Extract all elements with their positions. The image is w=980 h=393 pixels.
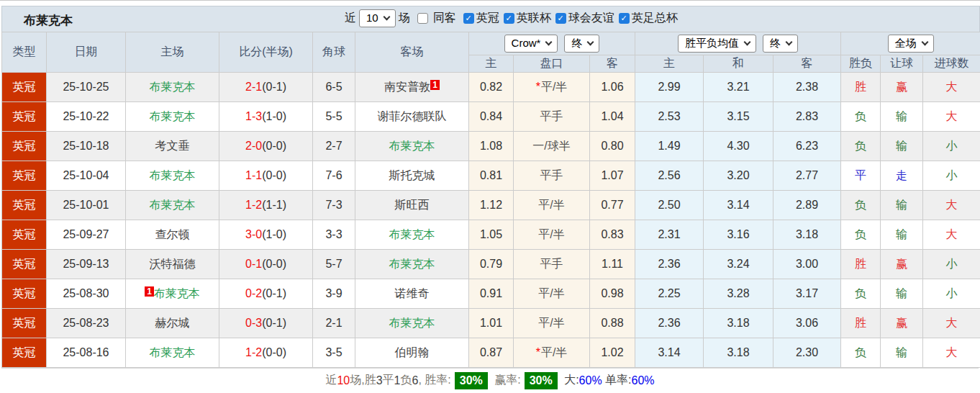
chevron-down-icon bbox=[921, 39, 928, 46]
halftime-score: (0-0) bbox=[262, 169, 286, 181]
avg-odds-select[interactable]: 胜平负均值 bbox=[678, 35, 756, 53]
result-wdl: 胜 bbox=[841, 73, 881, 102]
avg-home-odds-cell: 2.99 bbox=[635, 73, 704, 102]
home-team-name[interactable]: 布莱克本 bbox=[150, 199, 196, 211]
bookmaker-time-select[interactable]: 终 bbox=[564, 35, 599, 53]
match-row: 英冠 25-08-16 布莱克本 1-2(0-0) 3-5 伯明翰 0.87 *… bbox=[2, 338, 980, 368]
bookmaker-select[interactable]: Crow* bbox=[504, 35, 558, 53]
league-filter-checkbox[interactable]: ✓ bbox=[463, 13, 474, 24]
filter-controls: 近 10 场 同客 ✓英冠✓英联杯✓球会友谊✓英足总杯 bbox=[342, 9, 678, 27]
fulltime-score: 1-2 bbox=[245, 346, 262, 358]
away-team-name[interactable]: 布莱克本 bbox=[389, 228, 435, 240]
avg-home-odds-cell: 2.36 bbox=[635, 309, 704, 338]
home-team-name[interactable]: 布莱克本 bbox=[150, 81, 196, 93]
home-team-cell: 1布莱克本 bbox=[126, 279, 219, 309]
sub-header-handicap: 盘口 bbox=[514, 55, 590, 73]
same-opponent-checkbox[interactable] bbox=[417, 13, 428, 24]
away-team-cell: 南安普敦1 bbox=[355, 73, 469, 102]
fulltime-score: 0-3 bbox=[245, 317, 262, 329]
match-history-table: 类型 日期 主场 比分(半场) 角球 客场 Crow* 终 胜平负均值 终 bbox=[1, 32, 980, 368]
result-goals: 小 bbox=[923, 250, 980, 279]
handicap-cell: *平/半 bbox=[514, 73, 590, 102]
avg-draw-odds-cell: 3.15 bbox=[704, 102, 773, 132]
home-team-name[interactable]: 考文垂 bbox=[155, 140, 190, 152]
home-team-name[interactable]: 布莱克本 bbox=[150, 110, 196, 122]
result-goals: 大 bbox=[923, 102, 980, 132]
summary-part: 场,胜 bbox=[350, 373, 376, 388]
fulltime-score: 1-1 bbox=[245, 169, 262, 181]
match-row: 英冠 25-10-04 布莱克本 1-1(0-0) 7-6 斯托克城 0.81 … bbox=[2, 161, 980, 191]
near-label: 近 bbox=[345, 11, 356, 26]
summary-part: 6 bbox=[412, 374, 419, 387]
handicap-cell: 平/半 bbox=[514, 220, 590, 250]
result-spread: 输 bbox=[881, 191, 923, 220]
league-filter-checkbox[interactable]: ✓ bbox=[504, 13, 514, 24]
league-type-badge: 英冠 bbox=[2, 132, 47, 161]
halftime-score: (0-0) bbox=[262, 346, 286, 358]
home-team-cell: 布莱克本 bbox=[126, 338, 219, 368]
col-header-away: 客场 bbox=[355, 32, 469, 73]
avg-draw-odds-cell: 3.28 bbox=[704, 279, 773, 309]
home-team-name[interactable]: 赫尔城 bbox=[155, 317, 190, 329]
away-odds-cell: 1.04 bbox=[590, 102, 635, 132]
handicap-cell: 一/球半 bbox=[514, 132, 590, 161]
summary-part: 60% bbox=[579, 374, 602, 387]
col-header-date: 日期 bbox=[47, 32, 126, 73]
summary-bar: 近10场,胜3平1负6, 胜率:30% 赢率:30% 大:60% 单率:60% bbox=[1, 368, 979, 392]
home-odds-cell: 0.84 bbox=[469, 102, 514, 132]
league-type-badge: 英冠 bbox=[2, 338, 47, 368]
score-cell: 0-2(0-1) bbox=[219, 279, 313, 309]
home-team-name[interactable]: 查尔顿 bbox=[155, 228, 190, 240]
home-team-name[interactable]: 布莱克本 bbox=[150, 346, 196, 358]
handicap-line: 平手 bbox=[540, 258, 563, 270]
summary-part: 负 bbox=[401, 373, 412, 388]
avg-away-odds-cell: 3.17 bbox=[773, 279, 841, 309]
away-team-name[interactable]: 伯明翰 bbox=[395, 346, 430, 358]
away-team-name[interactable]: 布莱克本 bbox=[389, 317, 435, 329]
result-goals: 小 bbox=[923, 279, 980, 309]
fulltime-score: 2-1 bbox=[245, 81, 262, 93]
handicap-line: 平手 bbox=[540, 110, 563, 122]
handicap-line: 平/半 bbox=[541, 81, 567, 93]
avg-time-select[interactable]: 终 bbox=[763, 35, 798, 53]
home-team-name[interactable]: 布莱克本 bbox=[150, 169, 196, 181]
league-filter-checkbox[interactable]: ✓ bbox=[619, 13, 630, 24]
match-count-select[interactable]: 10 bbox=[359, 9, 396, 27]
away-team-cell: 布莱克本 bbox=[355, 250, 469, 279]
avg-select-group: 胜平负均值 终 bbox=[635, 32, 841, 55]
summary-part: 近 bbox=[325, 373, 337, 388]
score-cell: 3-0(1-0) bbox=[219, 220, 313, 250]
league-filter-label: 英冠 bbox=[476, 11, 499, 26]
score-cell: 0-3(0-1) bbox=[219, 309, 313, 338]
home-odds-cell: 0.81 bbox=[469, 161, 514, 191]
home-team-name[interactable]: 沃特福德 bbox=[150, 258, 196, 270]
away-team-name[interactable]: 斯托克城 bbox=[389, 169, 435, 181]
league-filter-checkbox[interactable]: ✓ bbox=[555, 13, 566, 24]
handicap-line: 平/半 bbox=[538, 317, 564, 329]
away-team-name[interactable]: 诺维奇 bbox=[395, 287, 430, 299]
away-team-name[interactable]: 布莱克本 bbox=[389, 258, 435, 270]
fulltime-score: 0-2 bbox=[245, 287, 262, 299]
away-team-name[interactable]: 谢菲尔德联队 bbox=[378, 110, 447, 122]
halftime-score: (1-1) bbox=[262, 199, 286, 211]
avg-home-odds-cell: 3.14 bbox=[635, 338, 704, 368]
handicap-line: 平手 bbox=[540, 169, 563, 181]
sub-header-avg-home: 主 bbox=[635, 55, 704, 73]
panel-header-bar: 布莱克本 近 10 场 同客 ✓英冠✓英联杯✓球会友谊✓英足总杯 bbox=[1, 6, 980, 32]
handicap-cell: 平手 bbox=[514, 102, 590, 132]
home-odds-cell: 0.91 bbox=[469, 279, 514, 309]
result-spread: 输 bbox=[881, 102, 923, 132]
result-wdl: 负 bbox=[841, 220, 881, 250]
away-team-cell: 伯明翰 bbox=[355, 338, 469, 368]
handicap-line: 平/半 bbox=[538, 199, 564, 211]
league-type-badge: 英冠 bbox=[2, 102, 47, 132]
away-team-name[interactable]: 布莱克本 bbox=[389, 140, 435, 152]
away-odds-cell: 0.98 bbox=[590, 279, 635, 309]
away-team-name[interactable]: 斯旺西 bbox=[395, 199, 430, 211]
match-row: 英冠 25-08-30 1布莱克本 0-2(0-1) 3-9 诺维奇 0.91 … bbox=[2, 279, 980, 309]
scope-select[interactable]: 全场 bbox=[888, 35, 934, 53]
home-team-name[interactable]: 布莱克本 bbox=[154, 287, 200, 299]
sub-header-goals: 进球数 bbox=[923, 55, 980, 73]
away-odds-cell: 1.02 bbox=[590, 338, 635, 368]
away-team-name[interactable]: 南安普敦 bbox=[384, 81, 430, 93]
